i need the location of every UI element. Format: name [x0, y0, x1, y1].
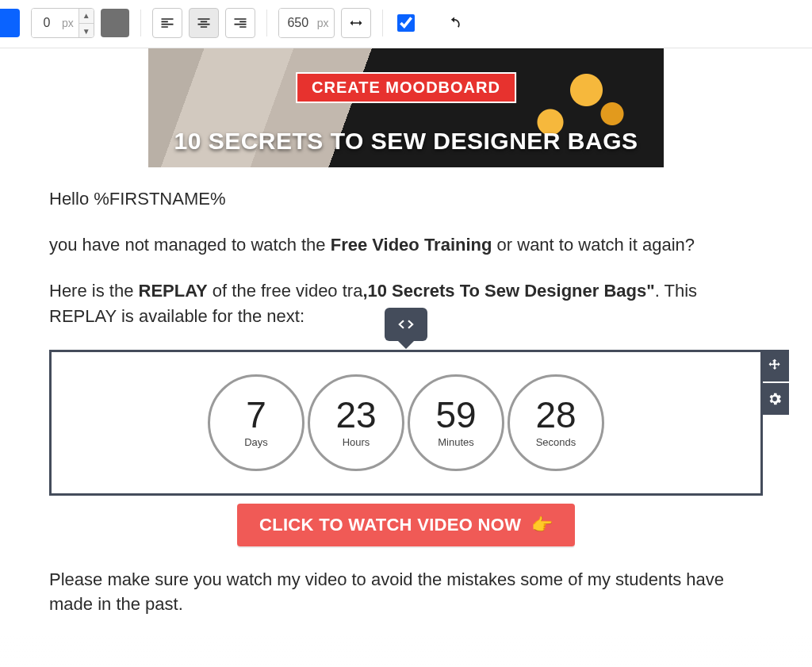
countdown-minutes-label: Minutes [438, 436, 474, 448]
countdown-seconds-value: 28 [535, 397, 576, 433]
undo-button[interactable] [439, 8, 469, 38]
email-body-continued[interactable]: Please make sure you watch my video to a… [49, 567, 763, 618]
bold-text: REPLAY [139, 281, 208, 301]
bold-text: Free Video Training [331, 235, 492, 255]
countdown-minutes-value: 59 [435, 397, 476, 433]
border-width-up[interactable]: ▲ [79, 8, 94, 23]
accent-chip [0, 9, 20, 37]
countdown-days-label: Days [244, 436, 268, 448]
email-canvas: CREATE MOODBOARD 10 SECRETS TO SEW DESIG… [41, 48, 771, 667]
countdown-hours-value: 23 [335, 397, 376, 433]
text: you have not managed to watch the [49, 235, 331, 255]
code-icon [396, 314, 416, 335]
align-right-icon [232, 15, 248, 31]
greeting-line: Hello %FIRSTNAME% [49, 186, 763, 212]
watch-video-button[interactable]: CLICK TO WATCH VIDEO NOW 👉 [237, 504, 575, 546]
border-width-input[interactable] [32, 9, 62, 37]
border-group: px ▲ ▼ [31, 8, 129, 38]
content-width-input[interactable] [279, 9, 317, 37]
countdown-days: 7 Days [208, 374, 304, 471]
separator [382, 10, 383, 36]
hero-image: CREATE MOODBOARD 10 SECRETS TO SEW DESIG… [148, 48, 664, 167]
align-center-button[interactable] [189, 8, 219, 38]
hero-badge: CREATE MOODBOARD [296, 72, 516, 103]
gear-icon [767, 391, 783, 407]
block-side-toolbar [760, 350, 789, 415]
cta-wrap: CLICK TO WATCH VIDEO NOW 👉 [49, 504, 763, 546]
fit-width-button[interactable] [341, 8, 371, 38]
align-right-button[interactable] [225, 8, 255, 38]
align-center-icon [196, 15, 212, 31]
content-width-unit: px [317, 17, 334, 29]
countdown-seconds-label: Seconds [536, 436, 576, 448]
border-width-unit: px [62, 17, 79, 29]
undo-icon [446, 15, 462, 31]
width-group: px [278, 8, 371, 38]
block-type-indicator[interactable] [385, 308, 427, 341]
countdown-hours: 23 Hours [308, 374, 404, 471]
countdown-hours-label: Hours [343, 436, 370, 448]
move-block-button[interactable] [760, 350, 789, 381]
paragraph-1: you have not managed to watch the Free V… [49, 232, 763, 258]
text: Here is the [49, 281, 139, 301]
align-group [152, 8, 255, 38]
countdown-timer: 7 Days 23 Hours 59 Minutes 28 Seconds [59, 374, 753, 471]
editor-toolbar: px ▲ ▼ px [0, 0, 812, 48]
border-width-down[interactable]: ▼ [79, 23, 94, 38]
content-width-stepper[interactable]: px [278, 8, 335, 38]
block-settings-button[interactable] [760, 383, 789, 415]
toggle-checkbox[interactable] [397, 14, 415, 32]
html-block-selected[interactable]: 7 Days 23 Hours 59 Minutes 28 Seconds [49, 350, 763, 496]
align-left-icon [159, 15, 175, 31]
bold-text: ,10 Secrets To Sew Designer Bags" [362, 281, 654, 301]
hero-headline: 10 SECRETS TO SEW DESIGNER BAGS [148, 128, 664, 155]
paragraph-3: Please make sure you watch my video to a… [49, 567, 763, 618]
countdown-days-value: 7 [246, 397, 266, 433]
move-icon [767, 358, 783, 374]
countdown-minutes: 59 Minutes [408, 374, 504, 471]
pointing-right-icon: 👉 [531, 515, 553, 535]
separator [266, 10, 267, 36]
countdown-seconds: 28 Seconds [508, 374, 604, 471]
misc-group [394, 8, 469, 38]
cta-label: CLICK TO WATCH VIDEO NOW [259, 515, 521, 535]
border-color-swatch[interactable] [101, 9, 129, 37]
text: or want to watch it again? [492, 235, 695, 255]
text: of the free video tra [208, 281, 363, 301]
separator [140, 10, 141, 36]
border-width-stepper[interactable]: px ▲ ▼ [31, 8, 94, 38]
fit-width-icon [348, 15, 364, 31]
align-left-button[interactable] [152, 8, 182, 38]
